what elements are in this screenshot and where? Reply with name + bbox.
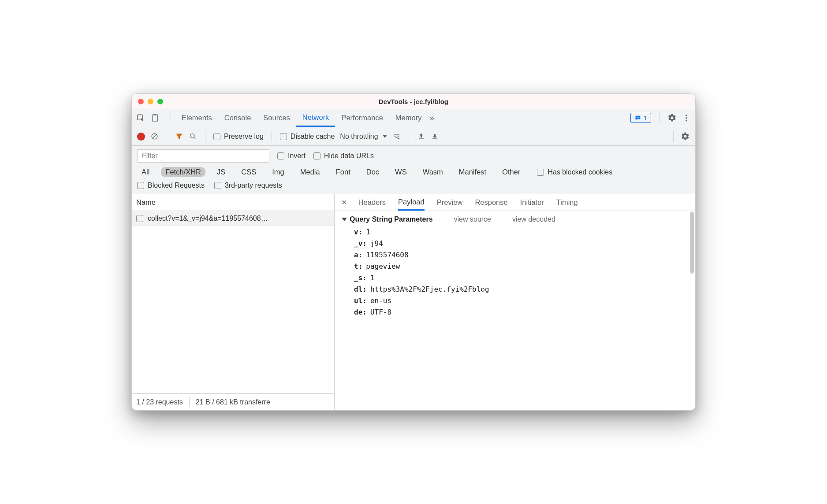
param-value: 1195574608 xyxy=(366,251,408,259)
main-tabs: ElementsConsoleSourcesNetworkPerformance… xyxy=(132,109,695,127)
disable-cache-toggle[interactable]: Disable cache xyxy=(280,133,335,141)
settings-icon[interactable] xyxy=(667,113,677,122)
filter-input[interactable] xyxy=(137,149,269,163)
param-row: a:1195574608 xyxy=(354,251,688,259)
filter-type-fetchxhr[interactable]: Fetch/XHR xyxy=(161,167,205,177)
view-decoded-link[interactable]: view decoded xyxy=(512,215,555,223)
record-button[interactable] xyxy=(137,133,145,141)
separator xyxy=(272,131,272,142)
request-count: 1 / 23 requests xyxy=(136,398,183,406)
query-params-section-toggle[interactable]: Query String Parameters xyxy=(342,215,433,223)
detail-tab-preview[interactable]: Preview xyxy=(437,194,463,211)
view-source-link[interactable]: view source xyxy=(454,215,491,223)
network-toolbar: Preserve log Disable cache No throttling xyxy=(132,127,695,146)
request-checkbox[interactable] xyxy=(136,215,143,222)
separator xyxy=(167,131,167,142)
disclosure-triangle-icon xyxy=(342,218,347,221)
filter-type-manifest[interactable]: Manifest xyxy=(454,167,491,177)
param-value: https%3A%2F%2Fjec.fyi%2Fblog xyxy=(370,285,489,293)
upload-har-icon[interactable] xyxy=(417,132,425,141)
inspect-icon[interactable] xyxy=(136,114,145,122)
param-key: _v: xyxy=(354,239,367,248)
network-conditions-icon[interactable] xyxy=(392,132,401,141)
param-row: _v:j94 xyxy=(354,239,688,248)
param-key: _s: xyxy=(354,274,367,282)
filter-type-ws[interactable]: WS xyxy=(391,167,411,177)
blocked-requests-toggle[interactable]: Blocked Requests xyxy=(137,182,205,189)
tab-performance[interactable]: Performance xyxy=(335,109,389,127)
separator xyxy=(659,113,659,123)
param-key: ul: xyxy=(354,296,367,305)
svg-point-11 xyxy=(398,137,399,139)
separator xyxy=(409,131,409,142)
separator xyxy=(171,113,171,123)
filter-type-doc[interactable]: Doc xyxy=(362,167,384,177)
search-icon[interactable] xyxy=(189,132,197,141)
svg-point-5 xyxy=(685,117,687,119)
svg-rect-2 xyxy=(154,115,156,115)
close-detail-button[interactable]: × xyxy=(340,197,349,208)
chevron-down-icon xyxy=(383,135,387,138)
param-value: pageview xyxy=(366,262,400,271)
name-column-header[interactable]: Name xyxy=(132,194,334,211)
param-value: j94 xyxy=(370,239,383,248)
throttling-select[interactable]: No throttling xyxy=(340,133,387,141)
minimize-window-icon[interactable] xyxy=(148,99,153,104)
request-detail: × HeadersPayloadPreviewResponseInitiator… xyxy=(335,194,695,410)
param-value: 1 xyxy=(370,274,375,282)
param-key: de: xyxy=(354,308,367,316)
invert-toggle[interactable]: Invert xyxy=(277,152,305,160)
detail-tab-payload[interactable]: Payload xyxy=(398,194,425,211)
detail-tab-response[interactable]: Response xyxy=(475,194,507,211)
detail-tab-initiator[interactable]: Initiator xyxy=(520,194,544,211)
filter-type-js[interactable]: JS xyxy=(212,167,230,177)
zoom-window-icon[interactable] xyxy=(157,99,163,104)
hide-data-urls-toggle[interactable]: Hide data URLs xyxy=(313,152,374,160)
filter-type-media[interactable]: Media xyxy=(296,167,324,177)
main-split: Name collect?v=1&_v=j94&a=1195574608… 1 … xyxy=(132,194,695,410)
filter-type-other[interactable]: Other xyxy=(498,167,525,177)
request-name: collect?v=1&_v=j94&a=1195574608… xyxy=(148,215,268,222)
issues-badge[interactable]: 1 xyxy=(630,113,651,123)
download-har-icon[interactable] xyxy=(431,132,439,141)
param-key: v: xyxy=(354,228,362,236)
filter-type-wasm[interactable]: Wasm xyxy=(418,167,447,177)
detail-tab-headers[interactable]: Headers xyxy=(358,194,386,211)
device-toggle-icon[interactable] xyxy=(151,114,160,122)
third-party-toggle[interactable]: 3rd-party requests xyxy=(214,182,282,189)
has-blocked-cookies-toggle[interactable]: Has blocked cookies xyxy=(537,168,612,176)
param-row: t:pageview xyxy=(354,262,688,271)
param-row: _s:1 xyxy=(354,274,688,282)
transfer-size: 21 B / 681 kB transferre xyxy=(196,398,270,406)
request-row[interactable]: collect?v=1&_v=j94&a=1195574608… xyxy=(132,211,334,226)
tab-console[interactable]: Console xyxy=(218,109,257,127)
tab-sources[interactable]: Sources xyxy=(257,109,296,127)
preserve-log-toggle[interactable]: Preserve log xyxy=(213,133,264,141)
svg-point-4 xyxy=(685,115,687,116)
window-title: DevTools - jec.fyi/blog xyxy=(132,98,695,105)
param-row: ul:en-us xyxy=(354,296,688,305)
settings-icon[interactable] xyxy=(681,132,690,141)
filter-type-all[interactable]: All xyxy=(137,167,154,177)
param-key: t: xyxy=(354,262,362,271)
svg-line-10 xyxy=(194,137,196,139)
param-value: 1 xyxy=(366,228,370,236)
tab-elements[interactable]: Elements xyxy=(175,109,218,127)
detail-tab-timing[interactable]: Timing xyxy=(556,194,578,211)
svg-point-9 xyxy=(190,134,195,138)
scrollbar-thumb[interactable] xyxy=(690,212,694,274)
filter-type-css[interactable]: CSS xyxy=(237,167,261,177)
param-value: en-us xyxy=(370,296,391,305)
filter-type-img[interactable]: Img xyxy=(268,167,289,177)
filter-type-font[interactable]: Font xyxy=(332,167,355,177)
clear-icon[interactable] xyxy=(150,132,159,141)
kebab-menu-icon[interactable] xyxy=(682,114,691,122)
filter-icon[interactable] xyxy=(175,132,183,141)
tab-memory[interactable]: Memory xyxy=(389,109,428,127)
tab-network[interactable]: Network xyxy=(296,109,335,127)
svg-rect-12 xyxy=(419,138,424,139)
close-window-icon[interactable] xyxy=(138,99,144,104)
more-tabs-button[interactable]: » xyxy=(429,113,434,123)
traffic-lights xyxy=(138,99,163,104)
svg-rect-13 xyxy=(432,138,437,139)
